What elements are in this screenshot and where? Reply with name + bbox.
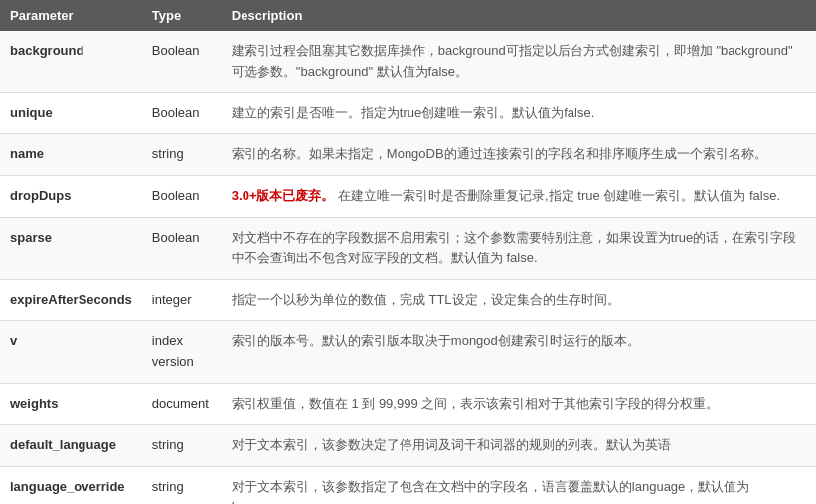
col-header-param: Parameter <box>0 0 142 31</box>
table-row: backgroundBoolean建索引过程会阻塞其它数据库操作，backgro… <box>0 31 816 92</box>
type-cell: document <box>142 383 222 424</box>
table-row: language_overridestring对于文本索引，该参数指定了包含在文… <box>0 466 816 504</box>
table-row: default_languagestring对于文本索引，该参数决定了停用词及词… <box>0 424 816 466</box>
desc-cell: 3.0+版本已废弃。 在建立唯一索引时是否删除重复记录,指定 true 创建唯一… <box>222 176 816 218</box>
desc-cell: 索引的版本号。默认的索引版本取决于mongod创建索引时运行的版本。 <box>222 321 816 384</box>
type-cell: indexversion <box>142 321 222 384</box>
table-row: uniqueBoolean建立的索引是否唯一。指定为true创建唯一索引。默认值… <box>0 92 816 134</box>
desc-cell: 索引权重值，数值在 1 到 99,999 之间，表示该索引相对于其他索引字段的得… <box>222 383 816 424</box>
table-row: namestring索引的名称。如果未指定，MongoDB的通过连接索引的字段名… <box>0 134 816 176</box>
type-cell: string <box>142 134 222 176</box>
param-cell: unique <box>0 92 142 134</box>
type-cell: Boolean <box>142 92 222 134</box>
param-cell: sparse <box>0 217 142 279</box>
param-cell: default_language <box>0 424 142 466</box>
param-cell: dropDups <box>0 176 142 218</box>
param-cell: v <box>0 321 142 384</box>
table-row: vindexversion索引的版本号。默认的索引版本取决于mongod创建索引… <box>0 321 816 384</box>
params-table: Parameter Type Description backgroundBoo… <box>0 0 816 504</box>
param-cell: expireAfterSeconds <box>0 279 142 321</box>
desc-cell: 指定一个以秒为单位的数值，完成 TTL设定，设定集合的生存时间。 <box>222 279 816 321</box>
param-cell: language_override <box>0 466 142 504</box>
deprecated-badge: 3.0+版本已废弃。 <box>232 188 335 203</box>
desc-cell: 索引的名称。如果未指定，MongoDB的通过连接索引的字段名和排序顺序生成一个索… <box>222 134 816 176</box>
param-cell: background <box>0 31 142 92</box>
desc-cell: 对文档中不存在的字段数据不启用索引；这个参数需要特别注意，如果设置为true的话… <box>222 217 816 279</box>
table-row: dropDupsBoolean3.0+版本已废弃。 在建立唯一索引时是否删除重复… <box>0 176 816 218</box>
type-cell: string <box>142 466 222 504</box>
table-row: sparseBoolean对文档中不存在的字段数据不启用索引；这个参数需要特别注… <box>0 217 816 279</box>
desc-cell: 对于文本索引，该参数指定了包含在文档中的字段名，语言覆盖默认的language，… <box>222 466 816 504</box>
desc-cell: 对于文本索引，该参数决定了停用词及词干和词器的规则的列表。默认为英语 <box>222 424 816 466</box>
type-cell: Boolean <box>142 217 222 279</box>
table-row: expireAfterSecondsinteger指定一个以秒为单位的数值，完成… <box>0 279 816 321</box>
col-header-type: Type <box>142 0 222 31</box>
param-cell: name <box>0 134 142 176</box>
type-cell: string <box>142 424 222 466</box>
desc-cell: 建立的索引是否唯一。指定为true创建唯一索引。默认值为false. <box>222 92 816 134</box>
type-cell: integer <box>142 279 222 321</box>
desc-cell: 建索引过程会阻塞其它数据库操作，background可指定以后台方式创建索引，即… <box>222 31 816 92</box>
type-cell: Boolean <box>142 176 222 218</box>
param-cell: weights <box>0 383 142 424</box>
type-cell: Boolean <box>142 31 222 92</box>
col-header-desc: Description <box>222 0 816 31</box>
table-row: weightsdocument索引权重值，数值在 1 到 99,999 之间，表… <box>0 383 816 424</box>
